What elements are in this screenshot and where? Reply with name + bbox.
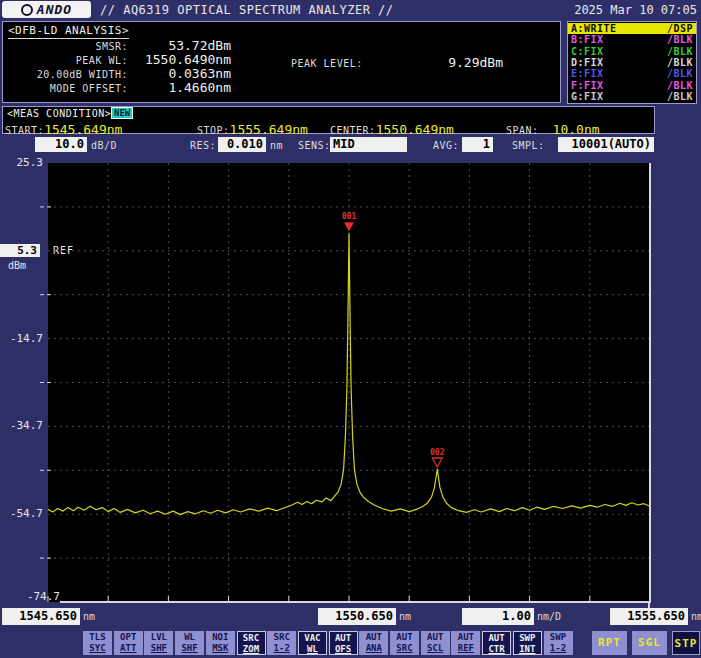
y-axis-tick-label: 25.3 [0,156,43,169]
sweep-button-rpt[interactable]: RPT [592,631,627,655]
x-axis-label-1: 1550.650nm [318,605,411,622]
softkey-line2: 1-2 [274,643,290,653]
softkey-noi-msk[interactable]: NOIMSK [206,631,235,655]
res-label: RES: [190,140,216,151]
softkey-vac-wl[interactable]: VACWL [298,631,327,655]
softkey-line2: MSK [212,643,228,653]
softkey-aut-scl[interactable]: AUTSCL [421,631,450,655]
analysis-panel: <DFB-LD ANALYSIS> SMSR: 53.72dBm PEAK WL… [2,21,561,103]
res-unit: nm [270,140,283,151]
softkey-line2: SRC [396,643,412,653]
analysis-label: PEAK WL: [3,55,128,66]
trace-row-f[interactable]: F:FIX/BLK [568,80,696,91]
meas-heading: <MEAS CONDITION> [7,108,111,119]
trace-row-b[interactable]: B:FIX/BLK [568,34,696,45]
x-axis-unit: nm [399,611,411,622]
level-scale-field[interactable]: 10.0 [35,137,87,152]
softkey-line2: ANA [366,643,382,653]
softkey-line2: 1-2 [550,643,566,653]
softkey-line1: OPT [120,632,136,642]
softkey-src-1-2[interactable]: SRC1-2 [267,631,296,655]
meas-field-value: 1555.649nm [230,122,308,137]
x-axis-value-box[interactable]: 1545.650 [2,608,80,625]
softkey-line1: AUT [366,632,382,642]
trace-row-e[interactable]: E:FIX/BLK [568,68,696,79]
x-axis-label-0: 1545.650nm [2,605,95,622]
trace-display-mode: /BLK [667,46,693,57]
smpl-field[interactable]: 10001(AUTO) [558,137,654,152]
trace-display-mode: /BLK [667,34,693,45]
trace-row-g[interactable]: G:FIX/BLK [568,91,696,102]
new-badge: NEW [111,107,133,119]
y-axis-tick-label: -14.7 [0,332,43,345]
softkey-line1: LVL [151,632,167,642]
sweep-button-sgl[interactable]: SGL [632,631,667,655]
softkey-line2: ZOM [243,644,259,654]
x-axis-label-3: 1555.650nm [610,605,701,622]
x-axis-value-box[interactable]: 1550.650 [318,608,396,625]
softkey-line2: WL [307,644,318,654]
softkey-line1: SWP [519,633,535,643]
softkey-aut-ref[interactable]: AUTREF [451,631,480,655]
trace-name: E:FIX [571,68,604,79]
trace-display-mode: /BLK [667,68,693,79]
trace-row-d[interactable]: D:FIX/BLK [568,57,696,68]
softkey-line2: CTR [488,644,504,654]
sens-field[interactable]: MID [330,137,407,152]
trace-name: B:FIX [571,34,604,45]
softkey-tls-syc[interactable]: TLSSYC [83,631,112,655]
softkey-line1: AUT [458,632,474,642]
x-axis-value-box[interactable]: 1555.650 [610,608,688,625]
datetime: 2025 Mar 10 07:05 [574,3,697,17]
analysis-label: SMSR: [3,41,128,52]
meas-condition-panel: <MEAS CONDITION> NEW START:1545.649nm ST… [2,106,655,134]
softkey-opt-att[interactable]: OPTATT [114,631,143,655]
trace-row-c[interactable]: C:FIX/BLK [568,46,696,57]
avg-label: AVG: [433,140,459,151]
trace-display-mode: /BLK [667,80,693,91]
peak-level-label: PEAK LEVEL: [291,58,363,69]
softkey-line1: SRC [243,633,259,643]
analysis-label: MODE OFFSET: [3,83,128,94]
sweep-button-stp[interactable]: STP [672,631,700,655]
softkey-line2: ATT [120,643,136,653]
trace-display-mode: /BLK [667,91,693,102]
softkey-aut-src[interactable]: AUTSRC [390,631,419,655]
softkey-lvl-shf[interactable]: LVLSHF [144,631,173,655]
softkey-line1: AUT [427,632,443,642]
trace-display-mode: /DSP [667,23,693,34]
x-axis-label-2: 1.00nm/D [462,605,561,622]
y-axis-tick-label[interactable]: 5.3 [0,244,40,257]
level-scale-unit: dB/D [91,140,117,151]
sens-label: SENS: [298,140,331,151]
softkey-line1: SWP [550,632,566,642]
softkey-wl-shf[interactable]: WLSHF [175,631,204,655]
analysis-heading: <DFB-LD ANALYSIS> [8,24,129,39]
softkey-swp-1-2[interactable]: SWP1-2 [544,631,573,655]
meas-field-start: START:1545.649nm [5,119,122,138]
res-field[interactable]: 0.010 [218,137,266,152]
softkey-src-zom[interactable]: SRCZOM [237,631,266,655]
meas-field-label: START: [5,125,44,136]
softkey-line1: SRC [274,632,290,642]
y-axis-tick-label: -74.7 [17,590,60,603]
softkey-line1: VAC [304,633,320,643]
trace-name: A:WRITE [571,23,617,34]
meas-field-label: STOP: [197,125,230,136]
softkey-line1: WL [184,632,195,642]
trace-name: G:FIX [571,91,604,102]
analysis-value: 0.0363nm [131,66,231,81]
meas-field-label: SPAN: [506,125,539,136]
softkey-swp-int[interactable]: SWPINT [513,631,542,655]
softkey-line2: SHF [181,643,197,653]
trace-name: C:FIX [571,46,604,57]
meas-field-label: CENTER: [330,125,376,136]
x-axis-value-box[interactable]: 1.00 [462,608,534,625]
avg-field[interactable]: 1 [462,137,493,152]
softkey-line2: OFS [335,644,351,654]
y-axis-tick-label: -54.7 [0,507,43,520]
trace-row-a[interactable]: A:WRITE/DSP [568,23,696,34]
softkey-aut-ofs[interactable]: AUTOFS [329,631,358,655]
softkey-aut-ctr[interactable]: AUTCTR [482,631,511,655]
softkey-aut-ana[interactable]: AUTANA [359,631,388,655]
